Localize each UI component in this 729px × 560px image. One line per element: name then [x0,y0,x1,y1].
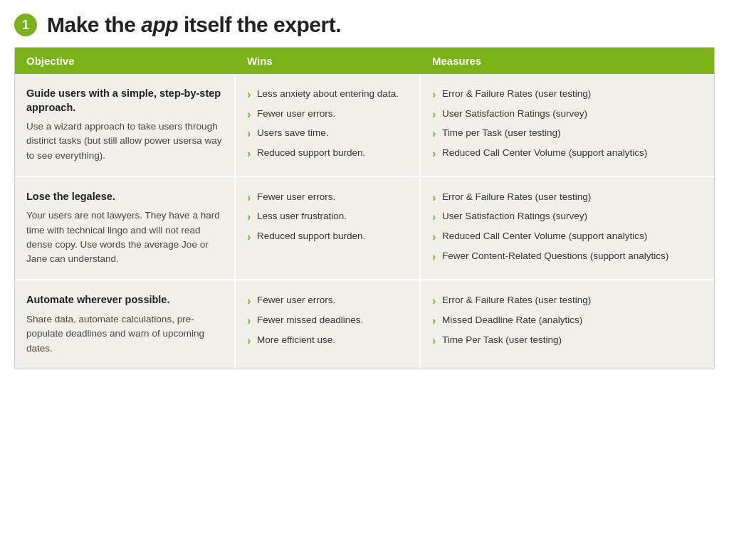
measure-item: Reduced Call Center Volume (support anal… [432,229,703,243]
measure-item: Time Per Task (user testing) [432,333,703,347]
cell-objective: Lose the legalese.Your users are not law… [15,177,236,280]
win-item: Less user frustration. [247,209,408,223]
win-item: Reduced support burden. [247,146,408,160]
objective-title: Automate wherever possible. [26,293,223,307]
title-em: app [141,13,178,36]
objective-title: Guide users with a simple, step-by-step … [26,87,223,115]
cell-wins: Fewer user errors.Less user frustration.… [236,177,421,280]
cell-measures: Error & Failure Rates (user testing)User… [421,74,714,176]
cell-wins: Less anxiety about entering data.Fewer u… [236,74,421,176]
objective-desc: Use a wizard approach to take users thro… [26,120,223,163]
title-pre: Make the [47,13,141,36]
page-title: Make the app itself the expert. [47,13,341,37]
table-row: Guide users with a simple, step-by-step … [15,74,714,177]
cell-objective: Automate wherever possible.Share data, a… [15,280,236,368]
win-item: Reduced support burden. [247,229,408,243]
measure-item: Reduced Call Center Volume (support anal… [432,146,703,160]
win-item: Fewer user errors. [247,293,408,307]
title-row: 1 Make the app itself the expert. [14,13,715,37]
measure-item: Time per Task (user testing) [432,126,703,140]
win-item: Less anxiety about entering data. [247,87,408,101]
win-item: More efficient use. [247,333,408,347]
cell-objective: Guide users with a simple, step-by-step … [15,74,236,176]
measure-item: Error & Failure Rates (user testing) [432,87,703,101]
cell-measures: Error & Failure Rates (user testing)Miss… [421,280,714,368]
cell-wins: Fewer user errors.Fewer missed deadlines… [236,280,421,368]
measure-item: Error & Failure Rates (user testing) [432,190,703,204]
col-header-objective: Objective [15,48,236,74]
table-header: Objective Wins Measures [15,48,714,74]
page-wrapper: 1 Make the app itself the expert. Object… [0,0,729,384]
win-item: Fewer user errors. [247,190,408,204]
title-post: itself the expert. [178,13,341,36]
measure-item: Error & Failure Rates (user testing) [432,293,703,307]
win-item: Fewer missed deadlines. [247,313,408,327]
win-item: Users save time. [247,126,408,140]
objective-desc: Your users are not lawyers. They have a … [26,208,223,266]
main-table: Objective Wins Measures Guide users with… [14,47,715,369]
objective-desc: Share data, automate calculations, pre-p… [26,312,223,356]
table-row: Lose the legalese.Your users are not law… [15,177,714,281]
measure-item: Missed Deadline Rate (analytics) [432,313,703,327]
measure-item: User Satisfaction Ratings (survey) [432,209,703,223]
cell-measures: Error & Failure Rates (user testing)User… [421,177,714,280]
table-body: Guide users with a simple, step-by-step … [15,74,714,369]
objective-title: Lose the legalese. [26,190,223,204]
win-item: Fewer user errors. [247,107,408,121]
measure-item: Fewer Content-Related Questions (support… [432,249,703,263]
col-header-wins: Wins [236,48,421,74]
measure-item: User Satisfaction Ratings (survey) [432,107,703,121]
table-row: Automate wherever possible.Share data, a… [15,280,714,368]
step-number: 1 [14,14,37,36]
col-header-measures: Measures [421,48,714,74]
